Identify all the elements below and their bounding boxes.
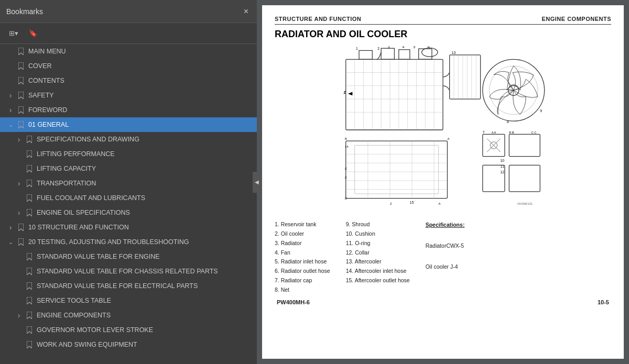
spec-space [426, 251, 509, 262]
expand-arrow-foreword: › [6, 106, 15, 114]
bookmark-item-contents[interactable]: CONTENTS [0, 73, 257, 88]
svg-text:7: 7 [483, 130, 485, 134]
parts-list-right: 9. Shroud 10. Cushion 11. O-ring 12. Col… [346, 220, 410, 295]
bookmark-item-10-structure[interactable]: ›10 STRUCTURE AND FUNCTION [0, 220, 257, 235]
svg-marker-8 [27, 165, 32, 172]
bookmark-flag-icon-std-electrical [25, 282, 34, 290]
bookmark-item-fuel-coolant[interactable]: FUEL COOLANT AND LUBRICANTS [0, 191, 257, 205]
svg-marker-4 [18, 106, 24, 114]
bookmark-item-std-chassis[interactable]: STANDARD VALUE TABLE FOR CHASSIS RELATED… [0, 264, 257, 279]
svg-marker-15 [27, 268, 32, 275]
view-toggle-button[interactable]: ⊞▾ [5, 27, 22, 39]
spec-oilcooler-val: Oil cooler J-4 [426, 262, 509, 272]
expand-arrow-engine-oil: › [15, 208, 23, 217]
svg-text:15: 15 [410, 201, 414, 204]
bookmark-flag-icon-20-testing [17, 238, 25, 246]
svg-text:11: 11 [500, 164, 504, 168]
svg-text:B: B [345, 137, 347, 140]
radiator-diagram: Z [275, 46, 611, 214]
bookmark-item-transportation[interactable]: ›TRANSPORTATION [0, 176, 257, 191]
bookmark-item-governor-motor[interactable]: GOVERNOR MOTOR LEVER STROKE [0, 323, 257, 337]
svg-point-40 [422, 48, 438, 57]
bookmarks-list[interactable]: MAIN MENUCOVERCONTENTS›SAFETY›FOREWORD⌄0… [0, 44, 257, 364]
bookmark-item-spec-drawing[interactable]: ›SPECIFICATIONS AND DRAWING [0, 132, 257, 147]
svg-marker-9 [27, 180, 32, 187]
svg-rect-38 [399, 50, 410, 60]
bookmark-flag-icon-engine-oil [25, 209, 34, 216]
part-1: 1. Reservoir tank [275, 220, 330, 229]
part-13: 13. Aftercooler [346, 257, 410, 267]
bookmark-item-01-general[interactable]: ⌄01 GENERAL [0, 117, 257, 132]
section-right-label: ENGINE COMPONENTS [541, 16, 611, 22]
dropdown-icon: ▾ [15, 29, 18, 37]
bookmark-item-safety[interactable]: ›SAFETY [0, 88, 257, 103]
svg-rect-67 [509, 165, 540, 192]
header-actions: × [242, 5, 251, 18]
bookmark-item-service-tools[interactable]: SERVICE TOOLS TABLE [0, 293, 257, 308]
bookmark-label-lifting-cap: LIFTING CAPACITY [37, 165, 96, 172]
svg-marker-5 [18, 121, 24, 128]
document-panel: STRUCTURE AND FUNCTION ENGINE COMPONENTS… [257, 0, 629, 364]
svg-rect-21 [346, 59, 443, 130]
svg-marker-20 [27, 341, 32, 348]
svg-text:VESM0101: VESM0101 [517, 202, 533, 205]
specs-title: Specifications: [426, 220, 509, 230]
svg-text:B: B [345, 197, 347, 200]
part-9: 9. Shroud [346, 220, 410, 229]
svg-text:B B: B B [509, 131, 514, 134]
bookmark-label-governor-motor: GOVERNOR MOTOR LEVER STROKE [37, 326, 153, 334]
svg-marker-17 [27, 297, 32, 304]
bookmark-flag-icon-engine-components [25, 312, 34, 319]
bookmark-label-foreword: FOREWORD [28, 106, 67, 114]
svg-marker-16 [27, 282, 32, 290]
svg-marker-13 [18, 238, 24, 246]
bookmark-label-contents: CONTENTS [28, 77, 64, 84]
bookmark-item-std-electrical[interactable]: STANDARD VALUE TABLE FOR ELECTRICAL PART… [0, 279, 257, 293]
svg-text:3: 3 [388, 46, 390, 49]
bookmark-label-lifting-perf: LIFTING PERFORMANCE [37, 150, 115, 158]
bookmark-tag-button[interactable]: 🔖 [25, 27, 41, 39]
bookmark-flag-icon-10-structure [17, 224, 25, 231]
doc-model: PW400MH-6 [277, 299, 310, 305]
expand-arrow-20-testing: ⌄ [6, 239, 15, 246]
bookmark-item-lifting-cap[interactable]: LIFTING CAPACITY [0, 161, 257, 176]
svg-text:Z: Z [390, 202, 392, 205]
bookmark-item-engine-oil[interactable]: ›ENGINE OIL SPECIFICATIONS [0, 205, 257, 220]
bookmark-item-std-engine[interactable]: STANDARD VALUE TABLE FOR ENGINE [0, 249, 257, 264]
svg-rect-41 [450, 55, 481, 99]
bookmark-item-20-testing[interactable]: ⌄20 TESTING, ADJUSTING AND TROUBLESHOOTI… [0, 235, 257, 249]
svg-text:6: 6 [428, 46, 430, 48]
bookmarks-panel: Bookmarks × ⊞▾ 🔖 MAIN MENUCOVERCONTENTS›… [0, 0, 257, 364]
svg-text:C: C [345, 176, 348, 179]
doc-footer: PW400MH-6 10-5 [275, 299, 611, 305]
spec-radiator-val: RadiatorCWX-5 [426, 241, 509, 251]
bookmark-label-engine-oil: ENGINE OIL SPECIFICATIONS [37, 209, 130, 216]
bookmark-item-main-menu[interactable]: MAIN MENU [0, 44, 257, 59]
specs-box: Specifications: RadiatorCWX-5 Oil cooler… [426, 220, 509, 295]
close-button[interactable]: × [242, 5, 251, 18]
expand-arrow-spec-drawing: › [15, 135, 23, 144]
part-14: 14. Aftercooler inlet hose [346, 267, 410, 276]
bookmark-flag-icon-service-tools [25, 297, 34, 304]
part-3: 3. Radiator [275, 239, 330, 248]
bookmark-label-safety: SAFETY [28, 92, 54, 99]
bookmark-item-cover[interactable]: COVER [0, 59, 257, 73]
svg-rect-37 [381, 48, 394, 59]
bookmark-flag-icon-fuel-coolant [25, 194, 34, 202]
spec-radiator [426, 230, 509, 241]
svg-text:A: A [439, 202, 441, 205]
bookmark-flag-icon-std-engine [25, 253, 34, 260]
bookmark-item-engine-components[interactable]: ›ENGINE COMPONENTS [0, 308, 257, 323]
svg-rect-53 [346, 141, 448, 198]
bookmark-item-foreword[interactable]: ›FOREWORD [0, 103, 257, 117]
doc-page-number: 10-5 [598, 299, 609, 305]
svg-marker-2 [18, 77, 24, 84]
chevron-left-icon: ◀ [255, 179, 259, 185]
bookmark-item-lifting-perf[interactable]: LIFTING PERFORMANCE [0, 147, 257, 161]
panel-collapse-button[interactable]: ◀ [253, 172, 261, 193]
svg-rect-66 [483, 165, 505, 192]
bookmark-label-20-testing: 20 TESTING, ADJUSTING AND TROUBLESHOOTIN… [28, 238, 189, 246]
section-left-label: STRUCTURE AND FUNCTION [275, 16, 361, 22]
bookmark-item-work-swing[interactable]: WORK AND SWING EQUIPMENT [0, 337, 257, 352]
svg-rect-36 [359, 50, 372, 59]
